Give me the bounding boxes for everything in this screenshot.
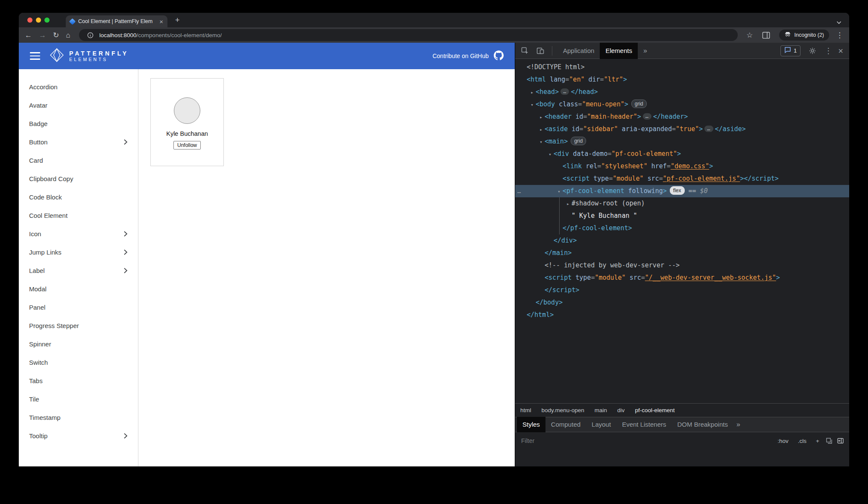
styles-tab-dom-breakpoints[interactable]: DOM Breakpoints (672, 417, 733, 432)
sidebar-item-spinner[interactable]: Spinner (19, 335, 138, 353)
breadcrumb-item[interactable]: body.menu-open (542, 407, 584, 413)
sidebar-item-accordion[interactable]: Accordion (19, 78, 138, 96)
breadcrumb-item[interactable]: main (595, 407, 607, 413)
inspect-element-icon[interactable] (519, 47, 531, 55)
twisty-icon[interactable]: ▸ (528, 86, 536, 99)
sidebar-item-tabs[interactable]: Tabs (19, 372, 138, 390)
back-button[interactable]: ← (25, 32, 32, 39)
styles-tab-computed[interactable]: Computed (545, 417, 586, 432)
contribute-link[interactable]: Contribute on GitHub (432, 50, 504, 62)
sidebar-item-tooltip[interactable]: Tooltip (19, 427, 138, 445)
adorner-badge[interactable]: grid (631, 100, 647, 108)
dom-line[interactable]: <script type="module" src="pf-cool-eleme… (515, 173, 849, 185)
inline-expand-button[interactable]: … (704, 126, 713, 132)
dom-line[interactable]: ▸<head>…</head> (515, 86, 849, 98)
styles-tab-event-listeners[interactable]: Event Listeners (616, 417, 672, 432)
window-zoom-button[interactable] (44, 18, 50, 23)
breadcrumb-item[interactable]: pf-cool-element (635, 407, 674, 413)
dom-line[interactable]: </pf-cool-element> (515, 222, 849, 234)
inline-expand-button[interactable]: … (643, 113, 651, 120)
dom-line[interactable]: </script> (515, 284, 849, 296)
sidebar-item-progress-stepper[interactable]: Progress Stepper (19, 316, 138, 335)
row-menu-icon[interactable]: … (517, 185, 521, 197)
dom-line[interactable]: <script type="module" src="/__web-dev-se… (515, 272, 849, 284)
sidebar-item-tile[interactable]: Tile (19, 390, 138, 408)
devtools-settings-gear-icon[interactable] (806, 47, 818, 55)
devtools-menu-icon[interactable]: ⋮ (824, 47, 832, 55)
dom-line-selected[interactable]: …▾<pf-cool-element following>flex == $0 (515, 185, 849, 197)
devtools-close-icon[interactable]: × (838, 47, 843, 55)
twisty-icon[interactable]: ▾ (528, 99, 536, 111)
tab-close-icon[interactable]: × (158, 18, 164, 25)
styles-more-tabs-icon[interactable]: » (733, 417, 743, 432)
dom-line[interactable]: </html> (515, 309, 849, 321)
side-panel-icon[interactable] (760, 32, 772, 39)
styles-tab-styles[interactable]: Styles (517, 417, 545, 432)
sidebar-toggle-icon[interactable] (837, 437, 844, 444)
dom-line[interactable]: </main> (515, 247, 849, 259)
devtools-more-tabs-icon[interactable]: » (640, 43, 650, 59)
dom-line[interactable]: <html lang="en" dir="ltr"> (515, 73, 849, 86)
adorner-badge[interactable]: grid (571, 137, 586, 145)
dom-line[interactable]: </div> (515, 234, 849, 247)
filter-control[interactable]: :hov (775, 437, 791, 445)
sidebar-item-avatar[interactable]: Avatar (19, 96, 138, 114)
dom-line[interactable]: ▸<aside id="sidebar" aria-expanded="true… (515, 123, 849, 135)
dom-line[interactable]: " Kyle Buchanan " (515, 210, 849, 222)
browser-tab[interactable]: Cool Element | PatternFly Elem × (66, 15, 167, 27)
sidebar-item-panel[interactable]: Panel (19, 298, 138, 316)
twisty-icon[interactable]: ▾ (537, 136, 545, 148)
devtools-tab-elements[interactable]: Elements (600, 43, 638, 59)
device-toolbar-icon[interactable] (534, 47, 547, 55)
sidebar-item-clipboard-copy[interactable]: Clipboard Copy (19, 170, 138, 188)
devtools-tab-application[interactable]: Application (557, 43, 600, 59)
sidebar-item-icon[interactable]: Icon (19, 225, 138, 243)
new-tab-button[interactable]: + (175, 16, 180, 24)
window-close-button[interactable] (27, 18, 32, 23)
dom-line[interactable]: ▾<main>grid (515, 135, 849, 148)
sidebar-item-code-block[interactable]: Code Block (19, 188, 138, 206)
dom-line[interactable]: <!-- injected by web-dev-server --> (515, 259, 849, 272)
resource-link[interactable]: "demo.css" (671, 162, 709, 170)
twisty-icon[interactable]: ▸ (537, 111, 545, 123)
unfollow-button[interactable]: Unfollow (173, 141, 201, 149)
console-status[interactable]: 1 (780, 45, 801, 56)
forward-button[interactable]: → (39, 32, 46, 39)
twisty-icon[interactable]: ▾ (555, 185, 563, 198)
dom-line[interactable]: ▾<body class="menu-open">grid (515, 98, 849, 111)
twisty-icon[interactable]: ▸ (564, 198, 572, 210)
bookmark-star-icon[interactable]: ☆ (746, 32, 753, 39)
dom-line[interactable]: <link rel="stylesheet" href="demo.css"> (515, 160, 849, 173)
browser-menu-icon[interactable]: ⋮ (836, 32, 843, 39)
site-info-icon[interactable] (85, 32, 96, 38)
dom-line[interactable]: ▸#shadow-root (open) (515, 197, 849, 210)
filter-control[interactable]: + (814, 437, 821, 445)
window-minimize-button[interactable] (36, 18, 41, 23)
site-brand[interactable]: PATTERNFLY ELEMENTS (50, 48, 129, 64)
styles-filter-input[interactable] (520, 437, 771, 445)
reload-button[interactable]: ↻ (53, 32, 59, 39)
sidebar-item-card[interactable]: Card (19, 151, 138, 170)
sidebar-item-cool-element[interactable]: Cool Element (19, 206, 138, 225)
sidebar-item-modal[interactable]: Modal (19, 280, 138, 298)
tab-search-icon[interactable] (836, 18, 842, 26)
breadcrumb-item[interactable]: html (520, 407, 531, 413)
sidebar-item-timestamp[interactable]: Timestamp (19, 408, 138, 427)
inline-expand-button[interactable]: … (560, 88, 569, 95)
dom-line[interactable]: ▸<header id="main-header">…</header> (515, 111, 849, 123)
breadcrumb-item[interactable]: div (617, 407, 625, 413)
twisty-icon[interactable]: ▾ (546, 148, 554, 161)
styles-tab-layout[interactable]: Layout (586, 417, 616, 432)
hamburger-menu-icon[interactable] (30, 52, 40, 60)
dom-line[interactable]: <!DOCTYPE html> (515, 61, 849, 73)
sidebar-item-switch[interactable]: Switch (19, 353, 138, 372)
home-button[interactable]: ⌂ (66, 32, 70, 39)
filter-control[interactable]: .cls (796, 437, 809, 445)
sidebar-item-badge[interactable]: Badge (19, 114, 138, 133)
dom-line[interactable]: ▾<div data-demo="pf-cool-element"> (515, 148, 849, 160)
resource-link[interactable]: "/__web-dev-server__web-socket.js" (645, 274, 776, 281)
sidebar-item-jump-links[interactable]: Jump Links (19, 243, 138, 261)
twisty-icon[interactable]: ▸ (537, 123, 545, 136)
address-bar[interactable]: localhost:8000/components/cool-element/d… (79, 29, 738, 41)
sidebar-item-label[interactable]: Label (19, 261, 138, 280)
